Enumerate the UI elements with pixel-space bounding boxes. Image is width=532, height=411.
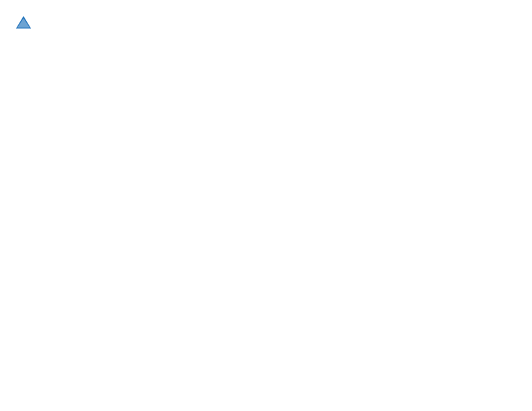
logo-icon <box>13 13 34 34</box>
page-header <box>13 13 519 34</box>
logo <box>13 13 36 34</box>
